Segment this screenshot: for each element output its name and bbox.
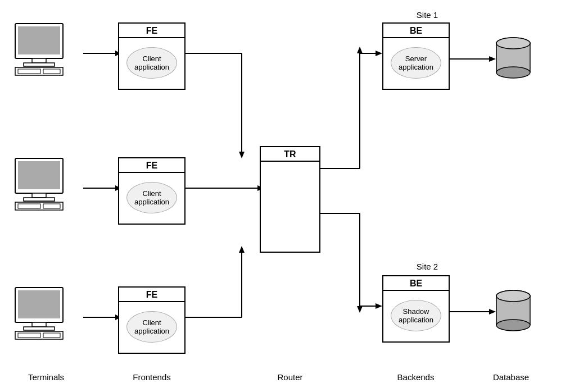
svg-rect-49 [18,290,60,318]
terminal-bot [12,286,74,343]
fe-top-label: FE [119,24,184,38]
be-box-bot: BE Shadowapplication [382,275,450,343]
be-box-top: BE Serverapplication [382,22,450,90]
svg-rect-46 [18,204,40,208]
be-bot-label: BE [383,276,449,291]
svg-rect-34 [43,69,60,74]
fe-mid-oval: Clientapplication [126,182,177,213]
router-label: Router [250,372,331,382]
terminal-mid [12,157,74,213]
svg-marker-21 [357,306,363,313]
frontends-label: Frontends [110,372,193,382]
be-top-label: BE [383,24,449,38]
svg-rect-54 [43,333,60,338]
be-top-oval: Serverapplication [391,47,441,79]
fe-box-top: FE Clientapplication [118,22,186,90]
client-app-mid-label: Clientapplication [134,189,169,206]
svg-rect-42 [18,161,60,189]
fe-mid-label: FE [119,158,184,173]
site2-label: Site 2 [393,262,461,271]
svg-marker-23 [376,303,382,309]
architecture-diagram: FE Clientapplication Site 1 BE Serverapp… [0,0,588,392]
fe-bot-oval: Clientapplication [126,311,177,343]
tr-label: TR [261,147,319,162]
svg-rect-53 [18,333,40,338]
database-bot [494,289,533,336]
svg-marker-18 [376,51,382,56]
database-label: Database [480,372,542,382]
client-app-bot-label: Clientapplication [134,318,169,335]
svg-point-39 [496,67,530,78]
fe-box-bot: FE Clientapplication [118,286,186,354]
svg-rect-50 [32,322,46,327]
client-app-top-label: Clientapplication [134,54,169,71]
svg-point-59 [496,320,530,331]
shadow-app-label: Shadowapplication [399,307,433,324]
tr-box: TR [260,146,320,253]
svg-marker-13 [239,246,245,253]
database-top [494,37,533,84]
terminal-top [12,22,74,79]
fe-bot-label: FE [119,288,184,302]
svg-marker-8 [239,152,245,158]
server-app-label: Serverapplication [399,54,433,71]
svg-rect-47 [43,204,60,208]
svg-rect-33 [18,69,40,74]
svg-point-60 [496,290,530,302]
svg-rect-31 [24,63,55,66]
svg-rect-29 [18,26,60,54]
fe-top-oval: Clientapplication [126,47,177,79]
svg-rect-30 [32,58,46,63]
be-bot-oval: Shadowapplication [391,300,441,331]
backends-label: Backends [372,372,459,382]
svg-rect-44 [24,198,55,201]
fe-box-mid: FE Clientapplication [118,157,186,225]
svg-rect-51 [24,327,55,330]
site1-label: Site 1 [393,10,461,20]
svg-point-40 [496,38,530,49]
svg-rect-43 [32,193,46,198]
svg-marker-16 [357,47,363,53]
terminals-label: Terminals [12,372,80,382]
